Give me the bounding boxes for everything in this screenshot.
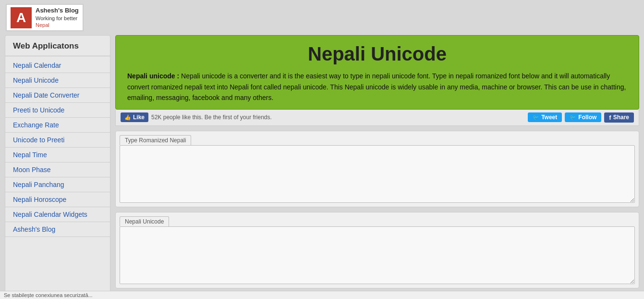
romanized-nepali-input[interactable] xyxy=(120,145,635,203)
page-title: Nepali Unicode xyxy=(127,43,627,65)
nepali-unicode-output[interactable] xyxy=(120,226,635,284)
follow-button[interactable]: Follow xyxy=(565,112,601,122)
sidebar-item-nepali-unicode[interactable]: Nepali Unicode xyxy=(5,73,110,88)
nepali-unicode-section: Nepali Unicode xyxy=(115,212,639,288)
sidebar-item-nepal-time[interactable]: Nepal Time xyxy=(5,148,110,162)
logo-title: Ashesh's Blog xyxy=(36,7,79,15)
logo-subtitle: Working for better xyxy=(36,15,79,22)
sidebar-item-asheshs-blog[interactable]: Ashesh's Blog xyxy=(5,222,110,237)
sidebar-item-exchange-rate[interactable]: Exchange Rate xyxy=(5,118,110,133)
like-count-text: 52K people like this. Be the first of yo… xyxy=(151,114,272,121)
facebook-share-button[interactable]: Share xyxy=(604,112,634,123)
status-text: Se stabilește conexiunea securizată... xyxy=(4,292,93,295)
description-text: Nepali unicode is a converter and it is … xyxy=(127,72,626,101)
sidebar-title: Web Applicatons xyxy=(5,41,110,56)
sidebar-item-nepali-panchang[interactable]: Nepali Panchang xyxy=(5,177,110,192)
logo-container[interactable]: A Ashesh's Blog Working for better Nepal xyxy=(6,4,84,31)
content-header: Nepali Unicode Nepali unicode : Nepali u… xyxy=(115,35,639,109)
description-bold: Nepali unicode : xyxy=(127,72,179,80)
logo-icon: A xyxy=(11,7,32,28)
sidebar-item-nepali-calendar[interactable]: Nepali Calendar xyxy=(5,58,110,73)
tweet-button[interactable]: Tweet xyxy=(528,112,562,122)
like-label: Like xyxy=(133,114,145,121)
sidebar-item-unicode-to-preeti[interactable]: Unicode to Preeti xyxy=(5,133,110,148)
follow-label: Follow xyxy=(578,114,596,121)
sidebar-item-preeti-to-unicode[interactable]: Preeti to Unicode xyxy=(5,103,110,118)
facebook-share-icon xyxy=(609,114,611,121)
tweet-label: Tweet xyxy=(541,114,557,121)
sidebar-item-moon-phase[interactable]: Moon Phase xyxy=(5,162,110,177)
sidebar-item-nepali-date-converter[interactable]: Nepali Date Converter xyxy=(5,88,110,103)
social-bar: Like 52K people like this. Be the first … xyxy=(115,110,639,126)
social-left: Like 52K people like this. Be the first … xyxy=(121,112,272,122)
nepali-unicode-wrapper xyxy=(116,226,639,288)
header: A Ashesh's Blog Working for better Nepal xyxy=(0,0,644,35)
content-description: Nepali unicode : Nepali unicode is a con… xyxy=(127,71,627,103)
twitter-follow-icon xyxy=(570,114,576,121)
twitter-bird-icon xyxy=(533,114,539,121)
logo-text: Ashesh's Blog Working for better Nepal xyxy=(36,7,79,28)
main-layout: Web Applicatons Nepali Calendar Nepali U… xyxy=(5,35,639,295)
sidebar-item-nepali-horoscope[interactable]: Nepali Horoscope xyxy=(5,192,110,207)
content-area: Nepali Unicode Nepali unicode : Nepali u… xyxy=(115,35,639,295)
facebook-like-button[interactable]: Like xyxy=(121,112,148,122)
romanized-nepali-section: Type Romanized Nepali xyxy=(115,131,639,207)
romanized-nepali-label: Type Romanized Nepali xyxy=(120,135,191,145)
thumbs-up-icon xyxy=(124,114,131,121)
logo-nepal: Nepal xyxy=(36,22,79,28)
status-bar: Se stabilește conexiunea securizată... xyxy=(0,291,644,295)
social-right: Tweet Follow Share xyxy=(528,112,634,123)
nepali-unicode-label: Nepali Unicode xyxy=(120,216,169,226)
romanized-nepali-wrapper xyxy=(116,145,639,207)
sidebar: Web Applicatons Nepali Calendar Nepali U… xyxy=(5,35,110,295)
share-label: Share xyxy=(613,114,629,121)
sidebar-item-nepali-calendar-widgets[interactable]: Nepali Calendar Widgets xyxy=(5,207,110,222)
